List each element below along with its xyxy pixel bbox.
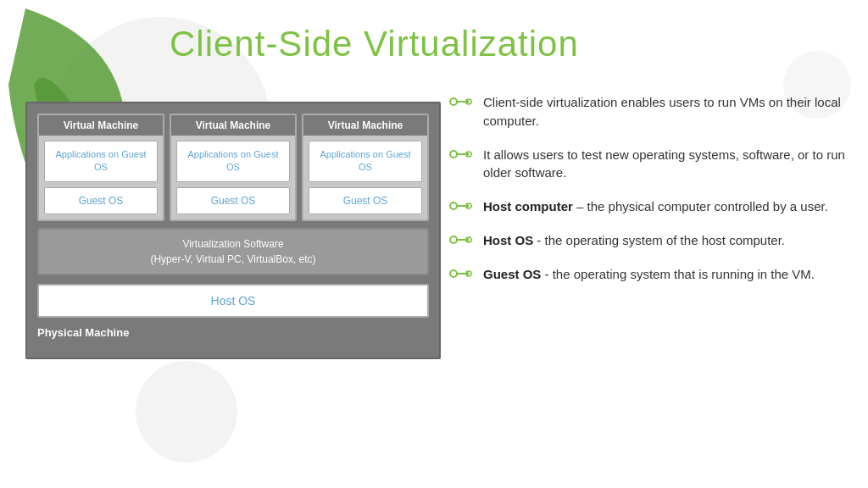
bullet-icon-4 (449, 234, 473, 246)
app-on-guest-3: Applications on Guest OS (309, 141, 422, 182)
vm-box-3: Virtual Machine Applications on Guest OS… (302, 114, 429, 221)
virt-software-line2: (Hyper-V, Virtual PC, VirtualBox, etc) (150, 253, 315, 265)
svg-point-5 (450, 151, 457, 158)
bullet-item-5: Guest OS - the operating system that is … (449, 265, 856, 284)
virt-software-box: Virtualization Software (Hyper-V, Virtua… (37, 228, 429, 275)
app-on-guest-1: Applications on Guest OS (44, 141, 158, 182)
bullet-text-5: Guest OS - the operating system that is … (483, 265, 815, 284)
vm-title-2: Virtual Machine (171, 115, 295, 136)
bullet-4-sep: - (533, 233, 544, 247)
vm-title-3: Virtual Machine (303, 115, 427, 136)
bullet-text-1: Client-side virtualization enables users… (483, 93, 856, 130)
bullet-5-sep: - (541, 267, 552, 281)
diagram-container: Virtual Machine Applications on Guest OS… (25, 102, 441, 359)
virt-software-line1: Virtualization Software (182, 238, 283, 250)
bullet-4-body: the operating system of the host compute… (545, 233, 786, 247)
svg-point-20 (450, 270, 457, 277)
right-content: Client-side virtualization enables users… (449, 93, 856, 298)
bullet-icon-2 (449, 148, 473, 160)
guest-os-2: Guest OS (176, 187, 290, 214)
guest-os-3: Guest OS (309, 187, 422, 214)
deco-circle-small (136, 361, 237, 463)
vm-title-1: Virtual Machine (39, 115, 163, 136)
bullet-5-prefix: Guest OS (483, 267, 541, 281)
bullet-3-prefix: Host computer (483, 199, 573, 214)
bullet-3-sep: – (573, 199, 587, 214)
vm-box-2: Virtual Machine Applications on Guest OS… (170, 114, 297, 221)
bullet-icon-3 (449, 200, 473, 212)
bullet-item-4: Host OS - the operating system of the ho… (449, 231, 856, 250)
guest-os-1: Guest OS (44, 187, 158, 214)
bullet-icon-1 (449, 96, 473, 108)
bullet-text-3: Host computer – the physical computer co… (483, 197, 828, 216)
bullet-item-1: Client-side virtualization enables users… (449, 93, 856, 130)
bullet-item-3: Host computer – the physical computer co… (449, 197, 856, 216)
svg-point-0 (450, 98, 457, 105)
vms-row: Virtual Machine Applications on Guest OS… (37, 114, 429, 221)
bullet-text-2: It allows users to test new operating sy… (483, 146, 856, 183)
physical-machine-label: Physical Machine (37, 326, 429, 339)
bullet-4-prefix: Host OS (483, 233, 533, 247)
svg-point-15 (450, 236, 457, 243)
svg-point-10 (450, 202, 457, 209)
vm-box-1: Virtual Machine Applications on Guest OS… (37, 114, 164, 221)
bullet-3-body: the physical computer controlled by a us… (587, 199, 828, 214)
page-title: Client-Side Virtualization (170, 24, 579, 64)
bullet-icon-5 (449, 268, 473, 280)
app-on-guest-2: Applications on Guest OS (176, 141, 290, 182)
bullet-text-4: Host OS - the operating system of the ho… (483, 231, 785, 250)
bullet-item-2: It allows users to test new operating sy… (449, 146, 856, 183)
bullet-5-body: the operating system that is running in … (553, 267, 815, 281)
physical-machine-box: Virtual Machine Applications on Guest OS… (25, 102, 441, 359)
host-os-box: Host OS (37, 284, 429, 318)
